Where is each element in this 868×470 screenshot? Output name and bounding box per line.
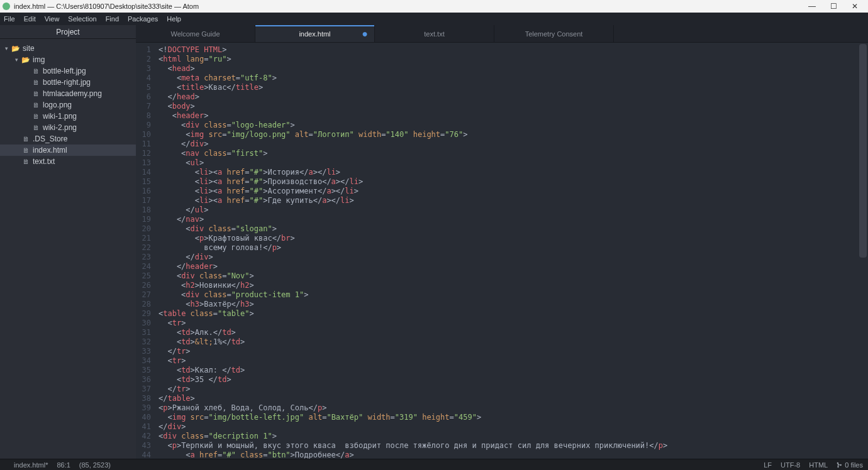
- status-file[interactable]: index.html*: [14, 461, 48, 469]
- token-st: "#": [222, 451, 236, 459]
- token-pu: >: [477, 413, 481, 422]
- vertical-scrollbar[interactable]: [859, 44, 867, 446]
- code-line[interactable]: <h2>Новинки</h2>: [159, 281, 868, 290]
- code-line[interactable]: <li><a href="#">Производство</a></li>: [159, 177, 868, 187]
- token-pu: >: [250, 309, 254, 318]
- status-git[interactable]: 0 files: [837, 461, 863, 469]
- code-line[interactable]: <td>Алк.</td>: [159, 328, 868, 337]
- code-line[interactable]: <td>&lt;1%</td>: [159, 337, 868, 347]
- code-line[interactable]: <h3>Вахтёр</h3>: [159, 300, 868, 309]
- token-st: "140": [386, 130, 408, 139]
- tab-text-txt[interactable]: text.txt: [375, 25, 494, 42]
- token-at: class: [191, 309, 213, 318]
- line-number: 25: [136, 271, 151, 281]
- code-line[interactable]: </tr>: [159, 347, 868, 356]
- code-line[interactable]: </div>: [159, 253, 868, 262]
- file-index.html[interactable]: 🗎index.html: [0, 145, 136, 156]
- menu-help[interactable]: Help: [167, 15, 181, 23]
- code-line[interactable]: </head>: [159, 92, 868, 102]
- file-bottle-left.jpg[interactable]: 🗎bottle-left.jpg: [0, 65, 136, 77]
- token-pu: <: [159, 356, 172, 365]
- folder-site[interactable]: ▾📂site: [0, 43, 136, 54]
- status-eol[interactable]: LF: [764, 461, 772, 469]
- code-line[interactable]: </div>: [159, 139, 868, 149]
- code-line[interactable]: всему голова!</p>: [159, 243, 868, 253]
- file-logo.png[interactable]: 🗎logo.png: [0, 99, 136, 111]
- code-line[interactable]: <div class="product-item 1">: [159, 290, 868, 300]
- code-line[interactable]: <div class="slogan">: [159, 224, 868, 234]
- token-st: "img/bottle-left.jpg": [209, 413, 304, 422]
- code-line[interactable]: <!DOCTYPE HTML>: [159, 45, 868, 55]
- code-line[interactable]: <p>Терпкий и мощный, вкус этого кваса вз…: [159, 441, 868, 451]
- code-line[interactable]: <ul>: [159, 158, 868, 168]
- code-line[interactable]: </ul>: [159, 205, 868, 215]
- file-.DS_Store[interactable]: 🗎.DS_Store: [0, 133, 136, 145]
- close-button[interactable]: ✕: [844, 2, 865, 11]
- code-line[interactable]: <li><a href="#">Где купить</a></li>: [159, 196, 868, 205]
- code-line[interactable]: <td>Ккал: </td>: [159, 366, 868, 375]
- token-pu: </: [159, 422, 167, 431]
- code-line[interactable]: </nav>: [159, 215, 868, 224]
- file-icon: 🗎: [31, 124, 40, 131]
- menu-packages[interactable]: Packages: [128, 15, 158, 23]
- tab-telemetry-consent[interactable]: Telemetry Consent: [494, 25, 614, 42]
- token-pu: <: [159, 337, 181, 346]
- code-line[interactable]: <html lang="ru">: [159, 55, 868, 64]
- code-editor[interactable]: 1234567891011121314151617181920212223242…: [136, 43, 868, 459]
- code-line[interactable]: <table class="table">: [159, 309, 868, 319]
- minimize-button[interactable]: —: [801, 2, 823, 11]
- code-line[interactable]: <div class="logo-header">: [159, 121, 868, 130]
- code-line[interactable]: </tr>: [159, 385, 868, 394]
- code-line[interactable]: <td>35 </td>: [159, 375, 868, 385]
- maximize-button[interactable]: ☐: [823, 2, 844, 11]
- code-line[interactable]: <img src="img/logo.png" alt="Логотип" wi…: [159, 130, 868, 139]
- menu-selection[interactable]: Selection: [68, 15, 96, 23]
- code-line[interactable]: <header>: [159, 111, 868, 121]
- code-line[interactable]: </header>: [159, 262, 868, 271]
- line-number: 7: [136, 102, 151, 111]
- token-pu: <: [159, 271, 181, 280]
- code-line[interactable]: <li><a href="#">История</a></li>: [159, 168, 868, 177]
- code-line[interactable]: </div>: [159, 422, 868, 432]
- code-line[interactable]: <meta charset="utf-8">: [159, 74, 868, 83]
- file-text.txt[interactable]: 🗎text.txt: [0, 156, 136, 167]
- code-line[interactable]: <nav class="first">: [159, 149, 868, 158]
- folder-img[interactable]: ▾📂img: [0, 54, 136, 65]
- line-number: 26: [136, 281, 151, 290]
- code-line[interactable]: <tr>: [159, 319, 868, 328]
- token-tg: table: [167, 394, 190, 403]
- tab-index-html[interactable]: index.html●: [255, 25, 375, 42]
- code-line[interactable]: <a href="#" class="btn">Подробнее</a>: [159, 451, 868, 459]
- file-wiki-2.png[interactable]: 🗎wiki-2.png: [0, 122, 136, 133]
- file-wiki-1.png[interactable]: 🗎wiki-1.png: [0, 111, 136, 122]
- status-cursor[interactable]: 86:1: [57, 461, 70, 469]
- token-pu: >Новинки</: [195, 281, 240, 290]
- token-pu: всему голова!</: [159, 243, 272, 252]
- token-at: class: [181, 432, 204, 440]
- menu-file[interactable]: File: [4, 15, 15, 23]
- token-pu: >Подробнее</: [291, 451, 345, 459]
- file-tree[interactable]: ▾📂site▾📂img🗎bottle-left.jpg🗎bottle-right…: [0, 39, 136, 171]
- code-line[interactable]: <title>Квас</title>: [159, 83, 868, 92]
- status-encoding[interactable]: UTF-8: [781, 461, 800, 469]
- code-content[interactable]: <!DOCTYPE HTML><html lang="ru"> <head> <…: [155, 43, 868, 459]
- status-grammar[interactable]: HTML: [809, 461, 828, 469]
- code-line[interactable]: </table>: [159, 394, 868, 403]
- file-icon: 🗎: [21, 135, 30, 143]
- code-line[interactable]: <p>Крафтовый квас</br>: [159, 234, 868, 243]
- file-bottle-right.jpg[interactable]: 🗎bottle-right.jpg: [0, 77, 136, 88]
- code-line[interactable]: <div class="decription 1">: [159, 432, 868, 441]
- menu-view[interactable]: View: [45, 15, 60, 23]
- code-line[interactable]: <img src="img/bottle-left.jpg" alt="Вахт…: [159, 413, 868, 422]
- code-line[interactable]: <li><a href="#">Ассортимент</a></li>: [159, 187, 868, 196]
- code-line[interactable]: <tr>: [159, 356, 868, 366]
- code-line[interactable]: <head>: [159, 64, 868, 74]
- code-line[interactable]: <p>Ржаной хлеб, Вода, Солод, Соль</p>: [159, 403, 868, 413]
- token-pu: >: [181, 356, 186, 365]
- code-line[interactable]: <div class="Nov">: [159, 271, 868, 281]
- tab-welcome-guide[interactable]: Welcome Guide: [136, 25, 255, 42]
- file-htmlacademy.png[interactable]: 🗎htmlacademy.png: [0, 88, 136, 99]
- menu-find[interactable]: Find: [106, 15, 119, 23]
- code-line[interactable]: <body>: [159, 102, 868, 111]
- menu-edit[interactable]: Edit: [24, 15, 36, 23]
